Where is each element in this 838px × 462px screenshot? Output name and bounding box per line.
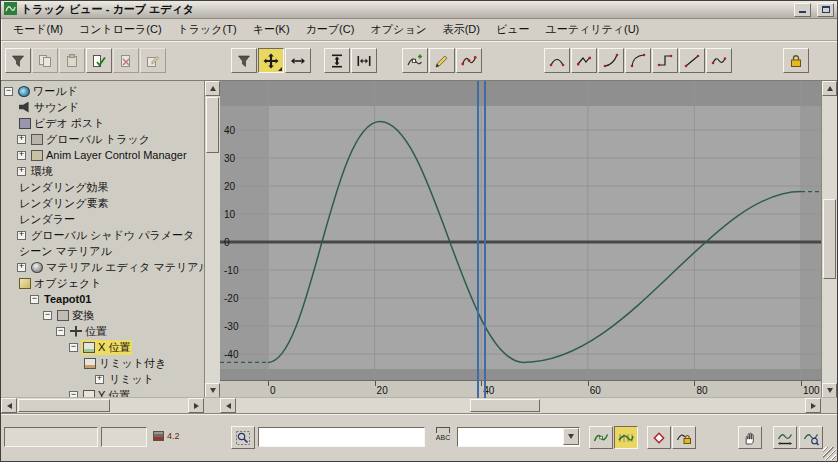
set-tangents-fast-button[interactable] (598, 48, 624, 73)
tree-item-scene-materials[interactable]: シーン マテリアル (1, 243, 204, 259)
lock-tangents-small-button[interactable] (672, 426, 696, 449)
tree-scrollbar-vertical[interactable] (204, 81, 220, 398)
tree-item-x-position[interactable]: −X 位置 (1, 339, 204, 355)
menu-utilities[interactable]: ユーティリティ(U) (537, 19, 647, 40)
menu-controller[interactable]: コントローラ(C) (71, 19, 170, 40)
scroll-thumb[interactable] (470, 399, 540, 412)
menu-track[interactable]: トラック(T) (170, 19, 245, 40)
tree-item-global-shadow-parameters[interactable]: +グローバル シャドウ パラメータ (1, 227, 204, 243)
tree-item-transform[interactable]: −変換 (1, 307, 204, 323)
collapse-box-icon[interactable]: − (4, 87, 13, 96)
scale-values-button[interactable] (324, 48, 350, 73)
menu-view[interactable]: ビュー (488, 19, 538, 40)
scroll-right-button[interactable] (188, 398, 204, 413)
expand-box-icon[interactable]: + (95, 375, 104, 384)
set-tangents-smooth-button[interactable] (706, 48, 732, 73)
expand-box-icon[interactable]: + (17, 151, 26, 160)
minimize-button[interactable] (794, 3, 811, 17)
menu-key[interactable]: キー(K) (245, 19, 298, 40)
maximize-button[interactable] (817, 3, 834, 17)
collapse-box-icon[interactable]: − (56, 327, 65, 336)
edit-track-set-icon[interactable]: ABC (431, 427, 455, 448)
scroll-left-button[interactable] (1, 398, 17, 413)
scroll-up-button[interactable] (822, 81, 837, 96)
scroll-left-button[interactable] (220, 398, 236, 413)
draw-curves-button[interactable] (429, 48, 455, 73)
scroll-right-button[interactable] (805, 398, 821, 413)
tree-item-environment[interactable]: +環境 (1, 163, 204, 179)
tree-item-renderer[interactable]: レンダラー (1, 211, 204, 227)
tree-item-video-post[interactable]: ビデオ ポスト (1, 115, 204, 131)
filter-button[interactable] (5, 48, 31, 73)
menu-curve[interactable]: カーブ(C) (298, 19, 363, 40)
menu-display[interactable]: 表示(D) (435, 19, 488, 40)
tree-item-sound[interactable]: サウンド (1, 99, 204, 115)
tree-item-teapot01[interactable]: −Teapot01 (1, 291, 204, 307)
tree-item-content: 変換 (55, 308, 96, 323)
hierarchy-tree[interactable]: −ワールドサウンドビデオ ポスト+グローバル トラック+Anim Layer C… (1, 81, 204, 398)
expand-box-icon[interactable]: + (17, 231, 26, 240)
scroll-thumb[interactable] (823, 199, 836, 279)
combo-dropdown-button[interactable] (563, 428, 579, 445)
collapse-box-icon[interactable]: − (69, 343, 78, 352)
tree-item-position[interactable]: −位置 (1, 323, 204, 339)
scale-keys-button[interactable] (351, 48, 377, 73)
tree-item-global-tracks[interactable]: +グローバル トラック (1, 131, 204, 147)
tree-item-render-elements[interactable]: レンダリング要素 (1, 195, 204, 211)
resize-grip[interactable] (823, 447, 836, 460)
zoom-value-extents-button[interactable] (799, 426, 823, 449)
set-tangents-step-button[interactable] (652, 48, 678, 73)
track-set-combobox[interactable] (457, 427, 580, 447)
lock-tangents-button[interactable] (783, 48, 809, 73)
set-tangents-slow-button[interactable] (625, 48, 651, 73)
expand-box-icon[interactable]: + (17, 263, 26, 272)
key-value-field[interactable] (101, 427, 147, 447)
slide-keys-button[interactable] (285, 48, 311, 73)
show-keyable-button[interactable] (589, 426, 613, 449)
move-keys-button[interactable] (258, 48, 284, 73)
snap-frames-button[interactable] (614, 426, 638, 449)
make-unique-button[interactable] (140, 48, 166, 73)
menu-mode[interactable]: モード(M) (5, 19, 71, 40)
paste-track-button[interactable] (59, 48, 85, 73)
collapse-box-icon[interactable]: − (43, 311, 52, 320)
track-name-field[interactable] (258, 427, 425, 447)
menu-options[interactable]: オプション (362, 19, 434, 40)
scroll-thumb[interactable] (18, 399, 110, 412)
delete-controller-button[interactable] (113, 48, 139, 73)
expand-box-icon[interactable]: + (17, 135, 26, 144)
set-tangents-linear-button[interactable] (679, 48, 705, 73)
time-ruler[interactable]: 020406080100 (220, 380, 821, 398)
scroll-thumb[interactable] (206, 97, 219, 153)
expand-box-icon[interactable]: + (17, 167, 26, 176)
tree-item-world[interactable]: −ワールド (1, 83, 204, 99)
curve-scrollbar-vertical[interactable] (821, 81, 837, 398)
time-slider[interactable] (477, 81, 486, 398)
assign-controller-button[interactable] (86, 48, 112, 73)
zoom-region-button[interactable] (231, 426, 255, 449)
collapse-box-icon[interactable]: − (30, 295, 39, 304)
reduce-keys-button[interactable] (456, 48, 482, 73)
lock-selected-keys-button[interactable] (647, 426, 671, 449)
set-tangents-auto-button[interactable] (544, 48, 570, 73)
titlebar[interactable]: トラック ビュー - カーブ エディタ (1, 1, 837, 19)
key-time-field[interactable] (4, 427, 98, 447)
tree-item-limit[interactable]: +リミット (1, 371, 204, 387)
tree-item-limited-controller[interactable]: リミット付き (1, 355, 204, 371)
pan-button[interactable] (738, 426, 762, 449)
tree-item-render-effects[interactable]: レンダリング効果 (1, 179, 204, 195)
curve-area[interactable]: 403020100-10-20-30-40 (220, 81, 821, 380)
zoom-horizontal-extents-button[interactable] (773, 426, 797, 449)
scroll-up-button[interactable] (205, 81, 220, 96)
set-tangents-custom-button[interactable] (571, 48, 597, 73)
copy-track-button[interactable] (32, 48, 58, 73)
filter-curves-button[interactable] (231, 48, 257, 73)
scroll-down-button[interactable] (822, 383, 837, 398)
tree-item-medit-materials[interactable]: +マテリアル エディタ マテリアル (1, 259, 204, 275)
tree-item-anim-layer-control-manager[interactable]: +Anim Layer Control Manager (1, 147, 204, 163)
scroll-down-button[interactable] (205, 383, 220, 398)
tree-scrollbar-horizontal[interactable] (1, 398, 204, 413)
curve-scrollbar-horizontal[interactable] (220, 398, 821, 413)
tree-item-objects[interactable]: オブジェクト (1, 275, 204, 291)
add-keys-button[interactable] (402, 48, 428, 73)
